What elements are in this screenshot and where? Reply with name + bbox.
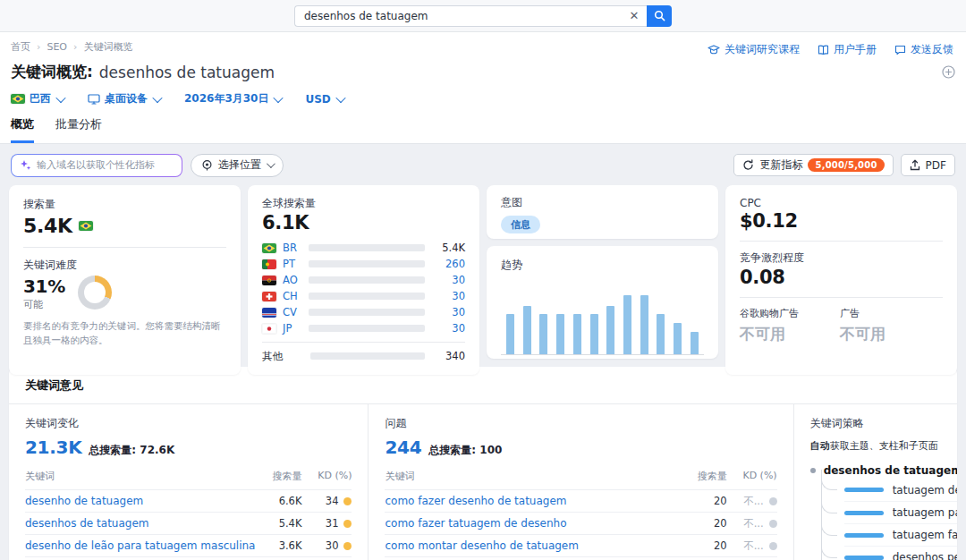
header-links: 关键词研究课程 用户手册 发送反馈 xyxy=(708,42,953,57)
refresh-metrics-button[interactable]: 更新指标 5,000/5,000 xyxy=(733,154,893,176)
user-manual-link[interactable]: 用户手册 xyxy=(818,42,877,57)
keyword-link[interactable]: desenhos de tatuagem xyxy=(25,517,262,530)
strategy-subtopic[interactable]: tatuagem desenho facil xyxy=(844,479,957,501)
volume-cell: 5.4K xyxy=(262,517,301,530)
strategy-root-label: desenhos de tatuagem xyxy=(824,464,957,477)
country-volume-value[interactable]: 30 xyxy=(431,290,465,302)
variations-table: desenho de tatuagem6.6K34desenhos de tat… xyxy=(25,489,352,560)
country-volume-value[interactable]: 30 xyxy=(431,322,465,335)
intent-label: 意图 xyxy=(501,195,704,210)
ao-flag-icon xyxy=(262,276,276,285)
intent-badge[interactable]: 信息 xyxy=(501,216,540,233)
trend-bar xyxy=(590,314,598,354)
country-code[interactable]: JP xyxy=(283,322,302,335)
subtopic-label: tatuagem desenho facil xyxy=(893,484,957,496)
date-filter-label: 2026年3月30日 xyxy=(184,91,268,106)
intent-card: 意图 信息 xyxy=(487,185,718,239)
trend-bar xyxy=(556,314,564,354)
keyword-link[interactable]: desenho de leão para tatuagem masculina xyxy=(25,539,262,552)
select-location-button[interactable]: 选择位置 xyxy=(191,154,284,177)
kd-dot-icon xyxy=(343,520,352,528)
volume-cell: 6.6K xyxy=(262,495,301,507)
country-code[interactable]: PT xyxy=(283,258,302,270)
keyword-link[interactable]: como fazer desenho de tatuagem xyxy=(385,495,687,507)
keyword-variations-column: 关键词变化 21.3K 总搜索量: 72.6K 关键词 搜索量 KD (%) d… xyxy=(9,404,368,560)
keyword-difficulty-label: 关键词难度 xyxy=(23,258,226,273)
add-to-list-icon[interactable] xyxy=(942,65,955,79)
search-button[interactable] xyxy=(647,5,672,27)
questions-column: 问题 244 总搜索量: 100 关键词 搜索量 KD (%) como faz… xyxy=(368,404,792,560)
keyword-link[interactable]: como fazer tatuagem de desenho xyxy=(385,517,687,530)
variations-count[interactable]: 21.3K xyxy=(25,437,81,458)
breadcrumb-home[interactable]: 首页 xyxy=(11,40,30,54)
country-volume-value[interactable]: 30 xyxy=(431,274,465,286)
book-icon xyxy=(818,45,829,55)
strategy-subtopic[interactable]: tatuagem para desenho xyxy=(844,501,957,523)
volume-cell: 20 xyxy=(688,517,727,530)
send-feedback-link[interactable]: 发送反馈 xyxy=(894,42,953,57)
keyword-link[interactable]: desenho de tatuagem xyxy=(25,495,262,507)
kd-dot-icon xyxy=(769,497,777,505)
subtopic-label: tatuagem facil xyxy=(893,529,957,541)
kd-cell: 不... xyxy=(727,539,777,553)
country-volume-bar xyxy=(309,325,425,332)
tabs: 概览 批量分析 xyxy=(11,116,955,143)
keyword-link[interactable]: como montar desenho de tatuagem xyxy=(385,539,687,552)
currency-filter[interactable]: USD xyxy=(305,93,343,106)
subtopic-bar-icon xyxy=(844,511,884,515)
global-volume-card: 全球搜索量 6.1K BR5.4KPT260AO30CH30CV30JP30 其… xyxy=(248,185,479,375)
tab-overview[interactable]: 概览 xyxy=(11,116,34,143)
variations-label: 关键词变化 xyxy=(25,416,352,431)
cv-flag-icon xyxy=(262,308,276,318)
volume-cell: 3.6K xyxy=(262,539,301,552)
country-code[interactable]: CV xyxy=(283,306,302,318)
date-filter[interactable]: 2026年3月30日 xyxy=(184,91,282,106)
clear-search-icon[interactable]: ✕ xyxy=(627,9,641,23)
kd-cell: 31 xyxy=(301,517,352,530)
export-pdf-button[interactable]: PDF xyxy=(901,154,955,176)
breadcrumb-current: 关键词概览 xyxy=(83,40,132,54)
metric-cards: 搜索量 5.4K 关键词难度 31% 可能 要排名的有竞争力的关键词。您将需要结… xyxy=(9,185,957,359)
breadcrumb-separator: › xyxy=(37,41,40,53)
tab-bulk-analysis[interactable]: 批量分析 xyxy=(55,116,102,143)
refresh-metrics-label: 更新指标 xyxy=(759,157,802,173)
device-filter[interactable]: 桌面设备 xyxy=(88,91,161,106)
keyword-search-input[interactable] xyxy=(294,5,647,27)
keyword-strategy-column: 关键词策略 自动获取主题、支柱和子页面 desenhos de tatuagem… xyxy=(793,404,957,560)
trend-bar xyxy=(539,314,547,354)
shopping-ads-value: 不可用 xyxy=(740,324,799,344)
brazil-flag-icon xyxy=(79,221,93,231)
kd-dot-icon xyxy=(769,520,777,528)
strategy-subtopic[interactable]: desenhos pequenos para tatuagem xyxy=(844,546,957,560)
country-volume-value[interactable]: 260 xyxy=(431,258,465,270)
shopping-ads-block: 谷歌购物广告 不可用 xyxy=(740,307,799,344)
kd-cell: 30 xyxy=(301,539,352,552)
domain-personalization-field[interactable] xyxy=(11,154,182,177)
location-icon xyxy=(201,159,213,171)
country-volume-value[interactable]: 30 xyxy=(431,306,465,318)
country-code[interactable]: AO xyxy=(283,274,302,286)
questions-count[interactable]: 244 xyxy=(385,437,421,458)
currency-filter-label: USD xyxy=(305,93,330,106)
questions-table: como fazer desenho de tatuagem20不...como… xyxy=(385,489,776,560)
breadcrumb-seo[interactable]: SEO xyxy=(47,41,67,53)
research-course-link[interactable]: 关键词研究课程 xyxy=(708,42,800,57)
trend-bar-chart xyxy=(501,278,704,355)
country-volume-row: CH30 xyxy=(262,288,465,304)
filters-row: 巴西 桌面设备 2026年3月30日 USD xyxy=(11,91,955,106)
country-filter[interactable]: 巴西 xyxy=(11,91,64,106)
title-prefix: 关键词概览: xyxy=(11,62,93,82)
send-feedback-label: 发送反馈 xyxy=(911,42,953,57)
country-code[interactable]: BR xyxy=(283,242,302,254)
domain-input[interactable] xyxy=(37,159,174,171)
research-course-label: 关键词研究课程 xyxy=(724,42,800,57)
country-code[interactable]: CH xyxy=(283,290,302,302)
trend-label: 趋势 xyxy=(501,258,704,273)
strategy-subtopic[interactable]: tatuagem facil xyxy=(844,523,957,546)
trend-bar xyxy=(691,332,699,354)
ads-label: 广告 xyxy=(840,307,886,320)
refresh-icon xyxy=(742,159,754,171)
export-pdf-label: PDF xyxy=(926,159,946,172)
search-volume-label: 搜索量 xyxy=(23,197,226,212)
country-volume-list: BR5.4KPT260AO30CH30CV30JP30 xyxy=(262,240,465,336)
